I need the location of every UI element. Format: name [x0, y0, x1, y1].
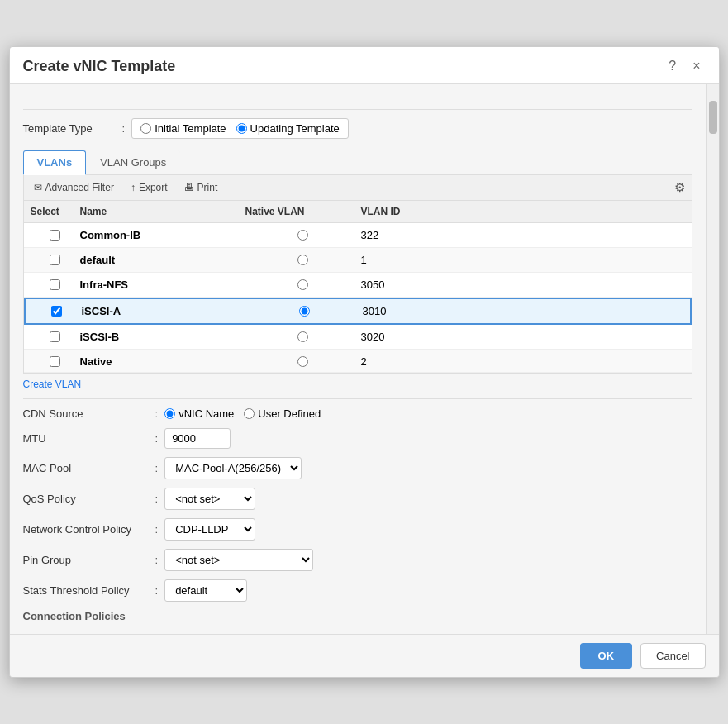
row-2-native-radio[interactable]: [297, 255, 308, 265]
cdn-vnic-name-radio[interactable]: [164, 408, 175, 419]
create-vlan-link[interactable]: Create VLAN: [23, 374, 692, 395]
template-type-updating-radio[interactable]: [236, 123, 247, 134]
table-row: default 1: [24, 248, 692, 273]
tab-vlans[interactable]: VLANs: [23, 150, 87, 175]
row-4-vlan-id: 3010: [363, 305, 683, 317]
cancel-button[interactable]: Cancel: [640, 643, 705, 669]
table-container: Select Name Native VLAN VLAN ID Common-I…: [23, 201, 692, 374]
table-scroll-inner: Common-IB 322 default 1 Infra-NFS: [24, 223, 692, 373]
row-6-select[interactable]: [31, 356, 80, 367]
cdn-vnic-name[interactable]: vNIC Name: [164, 407, 234, 420]
scroll-thumb[interactable]: [709, 101, 717, 134]
mtu-input[interactable]: [164, 428, 231, 449]
row-4-native-radio[interactable]: [299, 306, 310, 317]
row-2-native[interactable]: [245, 255, 361, 265]
row-5-native-radio[interactable]: [297, 331, 308, 342]
stats-threshold-policy-row: Stats Threshold Policy : default: [23, 579, 692, 602]
row-3-native-radio[interactable]: [297, 279, 308, 290]
cdn-vnic-name-label: vNIC Name: [178, 407, 234, 420]
row-2-name: default: [80, 254, 245, 266]
row-2-select[interactable]: [31, 255, 80, 265]
close-button[interactable]: ×: [688, 57, 705, 75]
export-button[interactable]: ↑ Export: [127, 180, 171, 195]
dialog-header: Create vNIC Template ? ×: [10, 47, 719, 84]
row-1-checkbox[interactable]: [50, 230, 60, 241]
template-type-initial-radio[interactable]: [140, 123, 151, 134]
tab-vlan-groups[interactable]: VLAN Groups: [86, 150, 180, 174]
cdn-source-label: CDN Source: [23, 407, 155, 420]
row-1-native[interactable]: [245, 230, 361, 241]
stats-threshold-policy-label: Stats Threshold Policy: [23, 584, 155, 597]
table-row: Native 2: [24, 350, 692, 373]
stats-threshold-policy-sep: :: [155, 584, 159, 597]
row-6-vlan-id: 2: [361, 355, 685, 368]
settings-icon[interactable]: ⚙: [674, 180, 685, 195]
print-icon: 🖶: [184, 182, 194, 193]
row-5-checkbox[interactable]: [50, 331, 60, 342]
network-control-policy-label: Network Control Policy: [23, 523, 155, 536]
mtu-row: MTU :: [23, 428, 692, 449]
row-2-checkbox[interactable]: [50, 255, 60, 265]
row-5-vlan-id: 3020: [361, 331, 685, 343]
stats-threshold-policy-select[interactable]: default: [164, 579, 247, 602]
mac-pool-sep: :: [155, 462, 159, 474]
template-type-updating[interactable]: Updating Template: [236, 122, 340, 135]
col-vlan-id: VLAN ID: [361, 206, 685, 217]
dialog-footer: OK Cancel: [10, 634, 719, 677]
toolbar: ✉ Advanced Filter ↑ Export 🖶 Print ⚙: [23, 175, 692, 201]
row-5-native[interactable]: [245, 331, 361, 342]
row-1-name: Common-IB: [80, 229, 245, 241]
dialog-title: Create vNIC Template: [23, 58, 176, 75]
template-type-initial[interactable]: Initial Template: [140, 122, 226, 135]
advanced-filter-label: Advanced Filter: [45, 182, 114, 193]
row-6-name: Native: [80, 355, 245, 368]
row-1-native-radio[interactable]: [297, 230, 308, 241]
cdn-user-defined[interactable]: User Defined: [244, 407, 321, 420]
template-type-radio-group: Initial Template Updating Template: [131, 118, 349, 139]
export-label: Export: [139, 182, 168, 193]
template-type-initial-label: Initial Template: [155, 122, 226, 135]
col-name: Name: [80, 206, 245, 217]
top-description: [23, 93, 692, 110]
row-1-select[interactable]: [31, 230, 80, 241]
row-3-name: Infra-NFS: [80, 279, 245, 291]
cdn-source-row: CDN Source : vNIC Name User Defined: [23, 407, 692, 420]
row-5-select[interactable]: [31, 331, 80, 342]
row-4-checkbox[interactable]: [51, 306, 62, 317]
connection-policies-label: Connection Policies: [23, 610, 692, 622]
pin-group-select[interactable]: <not set>: [164, 549, 313, 571]
mac-pool-select[interactable]: MAC-Pool-A(256/256): [164, 457, 302, 479]
col-select: Select: [31, 206, 80, 217]
qos-policy-row: QoS Policy : <not set>: [23, 488, 692, 510]
qos-policy-select[interactable]: <not set>: [164, 488, 255, 510]
mtu-sep: :: [155, 432, 159, 445]
main-content: Template Type : Initial Template Updatin…: [10, 84, 706, 634]
row-6-native[interactable]: [245, 356, 361, 367]
mtu-label: MTU: [23, 432, 155, 445]
row-3-native[interactable]: [245, 279, 361, 290]
row-6-checkbox[interactable]: [50, 356, 60, 367]
network-control-policy-sep: :: [155, 523, 159, 536]
pin-group-row: Pin Group : <not set>: [23, 549, 692, 571]
cdn-user-defined-radio[interactable]: [244, 408, 255, 419]
row-4-select[interactable]: [32, 306, 82, 317]
row-4-native[interactable]: [247, 306, 363, 317]
row-5-name: iSCSI-B: [80, 331, 245, 343]
table-row: Infra-NFS 3050: [24, 273, 692, 298]
help-button[interactable]: ?: [664, 57, 681, 75]
row-3-checkbox[interactable]: [50, 279, 60, 290]
ok-button[interactable]: OK: [580, 643, 633, 669]
network-control-policy-select[interactable]: CDP-LLDP: [164, 518, 255, 541]
pin-group-label: Pin Group: [23, 554, 155, 566]
dialog-header-icons: ? ×: [664, 57, 705, 75]
print-button[interactable]: 🖶 Print: [181, 180, 221, 195]
mac-pool-row: MAC Pool : MAC-Pool-A(256/256): [23, 457, 692, 479]
row-6-native-radio[interactable]: [297, 356, 308, 367]
row-3-select[interactable]: [31, 279, 80, 290]
network-control-policy-row: Network Control Policy : CDP-LLDP: [23, 518, 692, 541]
export-icon: ↑: [131, 182, 136, 193]
qos-policy-sep: :: [155, 493, 159, 505]
advanced-filter-button[interactable]: ✉ Advanced Filter: [31, 180, 117, 195]
template-type-label: Template Type: [23, 122, 122, 135]
row-3-vlan-id: 3050: [361, 279, 685, 291]
